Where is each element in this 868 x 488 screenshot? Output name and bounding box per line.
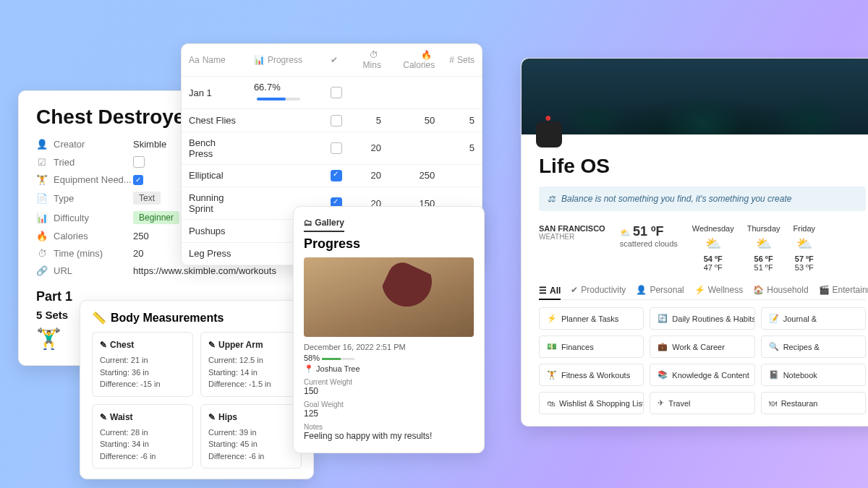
measurement-box[interactable]: ✎Upper ArmCurrent: 12.5 inStarting: 14 i…: [200, 332, 302, 397]
cell-progress: 66.7%: [247, 77, 323, 109]
dashboard-card[interactable]: 📚Knowledge & Content: [650, 364, 754, 386]
progress-photo[interactable]: [304, 257, 474, 337]
cell-name: Bench Press: [182, 132, 247, 164]
life-os-title: Life OS: [539, 155, 866, 178]
row-checkbox[interactable]: [331, 170, 342, 181]
cell-check: [323, 77, 349, 109]
tab-icon: 👤: [636, 285, 647, 295]
card-icon: 📓: [769, 370, 779, 380]
card-icon: 💼: [658, 342, 668, 351]
goal-weight-label: Goal Weight: [304, 401, 474, 408]
card-label: Finances: [561, 343, 594, 351]
stack-icon: 🗂: [304, 218, 312, 228]
notes-value: Feeling so happy with my results!: [304, 431, 474, 441]
cell-check: [323, 164, 349, 187]
card-icon: 🍽: [769, 399, 777, 408]
cell-name: Chest Flies: [182, 109, 247, 132]
link-icon: 🔗: [36, 265, 48, 276]
equipment-checkbox[interactable]: ✓: [133, 175, 143, 185]
row-checkbox[interactable]: [331, 87, 342, 98]
card-icon: 📚: [658, 370, 668, 380]
card-label: Planner & Tasks: [561, 314, 618, 323]
prop-url: 🔗URLhttps://www.skimble.com/workouts: [36, 265, 304, 276]
progress-bar: [322, 358, 354, 360]
person-icon: 👤: [36, 139, 48, 150]
measurement-box[interactable]: ✎WaistCurrent: 28 inStarting: 34 inDiffe…: [92, 404, 193, 469]
progress-title: Progress: [304, 236, 474, 252]
chart-icon: 📊: [254, 55, 265, 65]
life-card-grid: ⚡Planner & Tasks🔄Daily Routines & Habits…: [539, 307, 866, 414]
cell-sets: 5: [442, 109, 482, 132]
dashboard-card[interactable]: 🏋Fitness & Workouts: [539, 364, 644, 386]
sun-cloud-icon: ⛅: [620, 228, 631, 238]
body-title: 📏Body Measurements: [92, 311, 302, 325]
chart-icon: 📊: [36, 213, 48, 223]
card-icon: 🔍: [769, 342, 779, 351]
cell-mins: [349, 77, 388, 109]
cell-calories: [388, 132, 442, 164]
table-row[interactable]: Elliptical20250: [182, 164, 482, 187]
tab-entertainment[interactable]: 🎬Entertainment: [819, 285, 868, 295]
goal-weight-value: 125: [304, 408, 474, 419]
card-label: Daily Routines & Habits: [672, 314, 754, 323]
table-row[interactable]: Bench Press205: [182, 132, 482, 164]
joystick-icon: [536, 121, 562, 147]
dashboard-card[interactable]: 🛍Wishlist & Shopping List: [539, 392, 644, 414]
cell-mins: 20: [349, 132, 388, 164]
tab-household[interactable]: 🏠Household: [753, 285, 808, 295]
tab-wellness[interactable]: ⚡Wellness: [694, 285, 743, 295]
tab-personal[interactable]: 👤Personal: [636, 285, 684, 295]
cell-progress: [247, 109, 323, 132]
cell-check: [323, 132, 349, 164]
dashboard-card[interactable]: 📓Notebook: [761, 364, 866, 386]
weather-city: SAN FRANCISCO: [539, 224, 605, 233]
tab-productivity[interactable]: ✔Productivity: [571, 285, 626, 295]
cloud-icon: ⛅: [692, 236, 734, 252]
col-check: ✔: [323, 44, 349, 77]
dashboard-card[interactable]: 📝Journal &: [761, 307, 866, 330]
measurement-box[interactable]: ✎ChestCurrent: 21 inStarting: 36 inDiffe…: [92, 332, 193, 397]
row-checkbox[interactable]: [331, 115, 342, 127]
dashboard-card[interactable]: 💵Finances: [539, 335, 644, 358]
card-label: Journal &: [783, 314, 817, 323]
col-sets: #Sets: [442, 44, 482, 77]
measurement-box[interactable]: ✎HipsCurrent: 39 inStarting: 45 inDiffer…: [200, 404, 302, 469]
table-header-row: AaName 📊Progress ✔ ⏱Mins 🔥Calories #Sets: [182, 44, 482, 77]
tried-checkbox[interactable]: [133, 156, 145, 168]
dashboard-card[interactable]: 🔄Daily Routines & Habits: [650, 307, 754, 330]
cell-check: [323, 109, 349, 132]
check-icon: ✔: [331, 55, 338, 65]
cell-sets: [442, 77, 482, 109]
cell-mins: 20: [349, 164, 388, 187]
forecast-day: Friday⛅57 ºF53 ºF: [793, 224, 816, 272]
forecast-day: Thursday⛅56 ºF51 ºF: [747, 224, 780, 272]
dashboard-card[interactable]: ✈Travel: [650, 392, 754, 414]
weather-widget: SAN FRANCISCO WEATHER ⛅ 51 ºF scattered …: [539, 224, 866, 272]
dashboard-card[interactable]: 🍽Restauran: [761, 392, 866, 414]
text-icon: Aa: [189, 55, 200, 65]
card-label: Restauran: [781, 399, 818, 408]
life-os-card: Life OS ⚖Balance is not something you fi…: [521, 58, 868, 427]
card-icon: ✈: [658, 398, 664, 408]
cloud-icon: ⛅: [793, 236, 816, 252]
card-label: Notebook: [783, 371, 817, 380]
tab-all[interactable]: ☰All: [539, 285, 561, 300]
card-icon: 💵: [547, 342, 557, 351]
dashboard-card[interactable]: 🔍Recipes &: [761, 335, 866, 358]
weather-sub: WEATHER: [539, 233, 605, 241]
cover-image: [522, 59, 868, 134]
dashboard-card[interactable]: ⚡Planner & Tasks: [539, 307, 644, 330]
card-icon: 📝: [769, 314, 779, 323]
gallery-tab[interactable]: 🗂 Gallery: [304, 218, 344, 232]
cell-name: Elliptical: [182, 164, 247, 187]
table-row[interactable]: Jan 166.7%: [182, 77, 482, 109]
dashboard-card[interactable]: 💼Work & Career: [650, 335, 754, 358]
pin-icon: 📍: [304, 364, 314, 373]
weather-current: ⛅ 51 ºF scattered clouds: [620, 224, 678, 248]
pencil-icon: ✎: [100, 338, 107, 351]
hash-icon: #: [449, 55, 454, 65]
current-weight-label: Current Weight: [304, 378, 474, 386]
col-calories: 🔥Calories: [388, 44, 442, 77]
row-checkbox[interactable]: [331, 142, 342, 154]
table-row[interactable]: Chest Flies5505: [182, 109, 482, 132]
